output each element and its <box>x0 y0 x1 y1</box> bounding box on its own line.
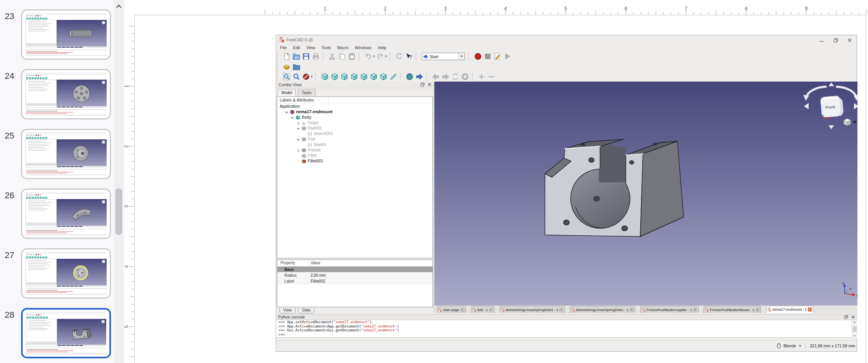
doc-tab[interactable]: 5x8 : 1✕ <box>471 306 495 313</box>
view-bottom-icon[interactable] <box>369 72 378 81</box>
tree-item-application[interactable]: Application <box>277 103 432 109</box>
forward-nav-icon[interactable] <box>415 72 424 81</box>
tree-item-pocket[interactable]: Pocket <box>277 147 432 153</box>
close-button[interactable] <box>847 38 852 43</box>
tree-expander-icon[interactable] <box>296 126 300 130</box>
view-top-icon[interactable] <box>340 72 349 81</box>
sync-view-icon[interactable] <box>451 72 460 81</box>
tree-expander-icon[interactable] <box>296 121 300 125</box>
page-thumbnail-24[interactable] <box>21 69 111 119</box>
view-front-icon[interactable] <box>330 72 339 81</box>
tab-close-icon[interactable]: ✕ <box>755 308 759 312</box>
web-icon[interactable] <box>405 72 414 81</box>
menu-windows[interactable]: Windows <box>352 45 375 51</box>
tree-item-body[interactable]: Body <box>277 114 432 120</box>
back-icon[interactable] <box>431 72 440 81</box>
tab-close-icon[interactable]: ✕ <box>559 308 563 312</box>
view-left-icon[interactable] <box>379 72 388 81</box>
copy-icon[interactable] <box>338 52 346 61</box>
close-console-icon[interactable] <box>851 315 855 319</box>
tab-close-icon[interactable]: ✕ <box>630 308 634 312</box>
dropdown-caret-icon[interactable]: ▼ <box>372 55 375 58</box>
view-axonometric-icon[interactable] <box>320 72 329 81</box>
tab-data[interactable]: Data <box>298 308 314 313</box>
workbench-selector[interactable]: Start▼ <box>422 53 465 60</box>
doc-tab[interactable]: FrictionPushButtonMount : 1✕ <box>704 306 761 313</box>
fit-all-icon[interactable] <box>282 72 291 81</box>
zoom-in-icon[interactable] <box>477 72 486 81</box>
tree-item-sketch[interactable]: Sketch <box>277 142 432 147</box>
float-panel-icon[interactable] <box>420 82 425 87</box>
tree-expander-icon[interactable] <box>296 148 300 152</box>
view-right-icon[interactable] <box>350 72 359 81</box>
sidebar-scrollbar-thumb[interactable] <box>115 188 122 235</box>
doc-tab[interactable]: FrictionPushButtonApplier : 1✕ <box>640 306 699 313</box>
new-document-icon[interactable] <box>282 52 291 61</box>
close-view-icon[interactable] <box>461 72 470 81</box>
tree-item-origin[interactable]: Origin <box>277 120 432 125</box>
tree-item-pad[interactable]: Pad <box>277 136 432 142</box>
tab-model[interactable]: Model <box>278 89 296 97</box>
python-console-input[interactable]: >>> App.setActiveDocument("nema17_endmou… <box>276 320 857 338</box>
3d-model[interactable] <box>545 139 684 240</box>
tab-close-icon[interactable]: ✕ <box>808 308 812 311</box>
property-row-label[interactable]: LabelFillet002 <box>277 278 432 284</box>
macro-stop-icon[interactable] <box>483 52 492 61</box>
property-group-row[interactable]: Base <box>277 267 432 272</box>
open-document-icon[interactable] <box>292 52 301 61</box>
tab-tasks[interactable]: Tasks <box>298 89 316 96</box>
redo-icon[interactable] <box>376 52 385 61</box>
whats-this-icon[interactable]: ? <box>404 52 413 61</box>
minimize-button[interactable] <box>819 38 824 43</box>
save-icon[interactable] <box>302 52 311 61</box>
sidebar-scrollbar[interactable] <box>114 0 123 363</box>
view-rear-icon[interactable] <box>359 72 368 81</box>
macro-edit-icon[interactable] <box>493 52 502 61</box>
page-thumbnail-23[interactable] <box>21 9 111 60</box>
page-thumbnail-27[interactable] <box>21 248 111 299</box>
scroll-down-icon[interactable]: ▼ <box>853 335 856 337</box>
tree-item-fillet[interactable]: Fillet <box>277 153 432 158</box>
cut-icon[interactable] <box>328 52 337 61</box>
measure-icon[interactable] <box>389 72 398 81</box>
property-row-radius[interactable]: Radius2,00 mm <box>277 272 432 278</box>
tree-expander-icon[interactable] <box>291 116 294 119</box>
tree-item-nema17-endmount[interactable]: nema17-endmount <box>277 109 432 114</box>
nav-style-selector[interactable]: Blende <box>783 343 796 348</box>
tree-expander-icon[interactable] <box>285 110 288 114</box>
refresh-icon[interactable] <box>395 52 404 61</box>
tree-item-sketch001[interactable]: Sketch001 <box>277 131 432 136</box>
doc-tab[interactable]: BelowStringLinearSpringDisk2 : 1✕ <box>500 306 565 313</box>
page-thumbnail-28[interactable] <box>21 308 111 358</box>
macro-record-icon[interactable] <box>473 52 482 61</box>
dropdown-caret-icon[interactable]: ▼ <box>384 55 388 58</box>
float-console-icon[interactable] <box>844 315 848 319</box>
open-part-icon[interactable] <box>292 62 301 71</box>
undo-icon[interactable] <box>364 52 373 61</box>
tab-close-icon[interactable]: ✕ <box>489 308 493 312</box>
draw-style-icon[interactable] <box>302 72 311 81</box>
menu-help[interactable]: Help <box>375 45 389 51</box>
page-thumbnail-25[interactable] <box>21 129 111 179</box>
maximize-button[interactable] <box>834 38 838 43</box>
dropdown-caret-icon[interactable]: ▼ <box>310 75 313 78</box>
paste-icon[interactable] <box>347 52 356 61</box>
tree-item-pad001[interactable]: Pad001 <box>277 125 432 131</box>
menu-file[interactable]: File <box>277 45 290 51</box>
tab-close-icon[interactable]: ✕ <box>693 308 697 312</box>
workbench-icon[interactable] <box>282 62 291 71</box>
tree-item-fillet001[interactable]: Fillet001 <box>277 158 432 164</box>
print-icon[interactable] <box>311 52 320 61</box>
3d-viewport[interactable]: Front z x Y <box>434 82 857 305</box>
scroll-up-icon[interactable] <box>114 0 123 12</box>
doc-tab[interactable]: BelowStringLinearSpringDisk1 : 1✕ <box>570 306 635 313</box>
menu-edit[interactable]: Edit <box>290 45 303 51</box>
macro-play-icon[interactable] <box>503 52 512 61</box>
doc-tab[interactable]: Start page✕ <box>437 306 466 313</box>
close-panel-icon[interactable] <box>427 82 432 87</box>
zoom-icon[interactable] <box>292 72 301 81</box>
menu-view[interactable]: View <box>303 45 318 51</box>
console-scrollbar[interactable]: ▲ ▼ <box>852 320 857 338</box>
tab-view[interactable]: View <box>279 308 296 313</box>
tab-close-icon[interactable]: ✕ <box>461 308 464 312</box>
